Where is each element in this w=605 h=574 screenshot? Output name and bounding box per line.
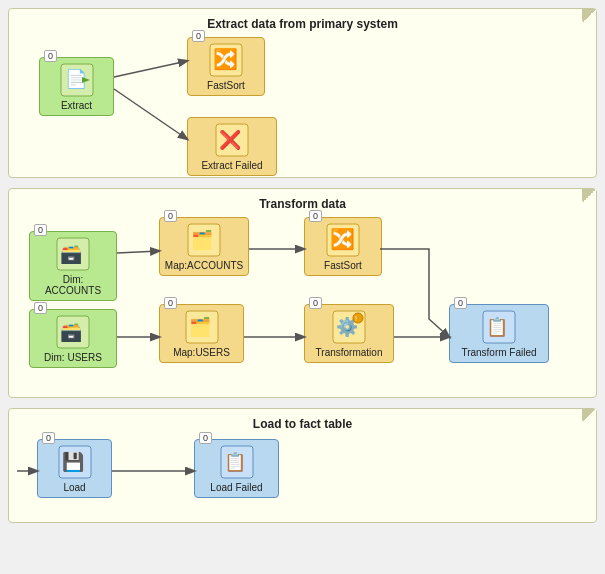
svg-line-7 (114, 61, 187, 77)
icon-dim-users: 🗃️ (55, 314, 91, 350)
label-dim-users: Dim: USERS (44, 352, 102, 363)
node-transformfailed[interactable]: 0 📋 Transform Failed (449, 304, 549, 363)
svg-line-25 (117, 251, 159, 253)
icon-fastsort1: 🔀 (208, 42, 244, 78)
badge-transformation: 0 (309, 297, 322, 309)
svg-text:🗂️: 🗂️ (189, 316, 212, 338)
panel3-title: Load to fact table (21, 417, 584, 431)
label-map-users: Map:USERS (173, 347, 230, 358)
label-dim-accounts: Dim: ACCOUNTS (36, 274, 110, 296)
node-dim-users[interactable]: 0 🗃️ Dim: USERS (29, 309, 117, 368)
badge-loadfailed: 0 (199, 432, 212, 444)
panel-extract: Extract data from primary system 0 📄 Ext… (8, 8, 597, 178)
node-dim-accounts[interactable]: 0 🗃️ Dim: ACCOUNTS (29, 231, 117, 301)
icon-map-accounts: 🗂️ (186, 222, 222, 258)
node-extractfailed[interactable]: ❌ Extract Failed (187, 117, 277, 176)
panel-fold-icon3 (582, 409, 596, 423)
svg-text:📋: 📋 (224, 451, 247, 473)
svg-text:❌: ❌ (219, 129, 242, 151)
svg-line-8 (114, 89, 187, 139)
svg-text:🗂️: 🗂️ (191, 229, 214, 251)
badge-map-accounts: 0 (164, 210, 177, 222)
panel1-title: Extract data from primary system (21, 17, 584, 31)
icon-loadfailed: 📋 (219, 444, 255, 480)
panel-transform: Transform data 0 🗃️ Dim: ACCOUNTS 0 🗃️ D… (8, 188, 597, 398)
panel2-title: Transform data (21, 197, 584, 211)
badge-dim-accounts: 0 (34, 224, 47, 236)
svg-text:🗃️: 🗃️ (60, 321, 83, 343)
icon-map-users: 🗂️ (184, 309, 220, 345)
svg-text:📋: 📋 (486, 316, 509, 338)
node-fastsort1[interactable]: 0 🔀 FastSort (187, 37, 265, 96)
label-map-accounts: Map:ACCOUNTS (165, 260, 243, 271)
icon-dim-accounts: 🗃️ (55, 236, 91, 272)
icon-extract: 📄 (59, 62, 95, 98)
icon-transformation: ⚙️ ! (331, 309, 367, 345)
node-fastsort2[interactable]: 0 🔀 FastSort (304, 217, 382, 276)
node-extract[interactable]: 0 📄 Extract (39, 57, 114, 116)
label-transformfailed: Transform Failed (461, 347, 536, 358)
icon-transformfailed: 📋 (481, 309, 517, 345)
badge-map-users: 0 (164, 297, 177, 309)
panel-load: Load to fact table 0 💾 Load 0 📋 Load Fai… (8, 408, 597, 523)
panel-fold-icon2 (582, 189, 596, 203)
svg-text:🔀: 🔀 (213, 47, 238, 71)
label-fastsort1: FastSort (207, 80, 245, 91)
icon-extractfailed: ❌ (214, 122, 250, 158)
label-load: Load (63, 482, 85, 493)
label-transformation: Transformation (316, 347, 383, 358)
svg-text:🔀: 🔀 (330, 227, 355, 251)
svg-text:!: ! (355, 315, 357, 322)
badge-extract: 0 (44, 50, 57, 62)
label-extract: Extract (61, 100, 92, 111)
node-load[interactable]: 0 💾 Load (37, 439, 112, 498)
label-extractfailed: Extract Failed (201, 160, 262, 171)
badge-transformfailed: 0 (454, 297, 467, 309)
panel-fold-icon (582, 9, 596, 23)
icon-load: 💾 (57, 444, 93, 480)
badge-fastsort2: 0 (309, 210, 322, 222)
badge-fastsort1: 0 (192, 30, 205, 42)
badge-dim-users: 0 (34, 302, 47, 314)
badge-load: 0 (42, 432, 55, 444)
svg-text:💾: 💾 (62, 451, 85, 473)
node-transformation[interactable]: 0 ⚙️ ! Transformation (304, 304, 394, 363)
label-fastsort2: FastSort (324, 260, 362, 271)
icon-fastsort2: 🔀 (325, 222, 361, 258)
label-loadfailed: Load Failed (210, 482, 262, 493)
svg-text:🗃️: 🗃️ (60, 243, 83, 265)
node-map-users[interactable]: 0 🗂️ Map:USERS (159, 304, 244, 363)
node-loadfailed[interactable]: 0 📋 Load Failed (194, 439, 279, 498)
node-map-accounts[interactable]: 0 🗂️ Map:ACCOUNTS (159, 217, 249, 276)
